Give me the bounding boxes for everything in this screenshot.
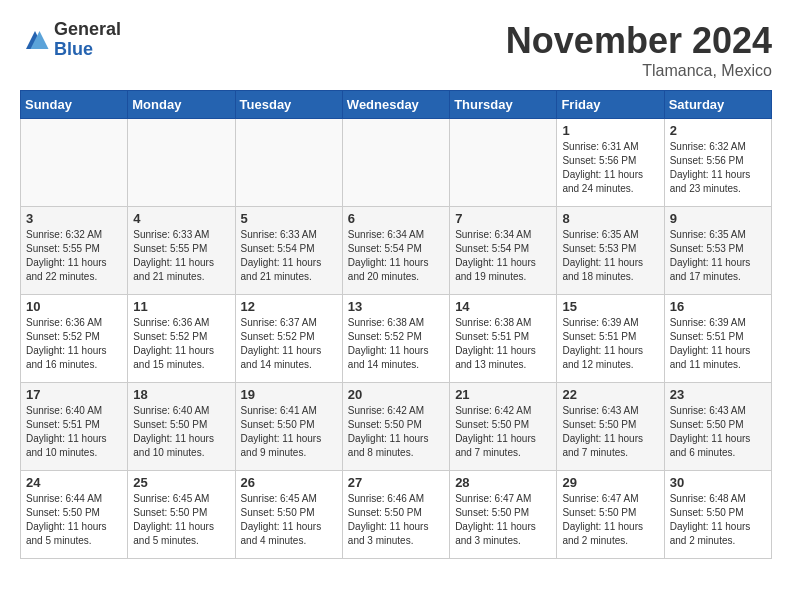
- day-number: 12: [241, 299, 337, 314]
- day-info: Sunrise: 6:39 AM Sunset: 5:51 PM Dayligh…: [562, 316, 658, 372]
- logo-general: General: [54, 20, 121, 40]
- day-info: Sunrise: 6:32 AM Sunset: 5:56 PM Dayligh…: [670, 140, 766, 196]
- day-number: 1: [562, 123, 658, 138]
- day-number: 17: [26, 387, 122, 402]
- title-block: November 2024 Tlamanca, Mexico: [506, 20, 772, 80]
- weekday-header: Sunday: [21, 91, 128, 119]
- day-info: Sunrise: 6:33 AM Sunset: 5:54 PM Dayligh…: [241, 228, 337, 284]
- calendar-cell: 4Sunrise: 6:33 AM Sunset: 5:55 PM Daylig…: [128, 207, 235, 295]
- weekday-header-row: SundayMondayTuesdayWednesdayThursdayFrid…: [21, 91, 772, 119]
- day-number: 23: [670, 387, 766, 402]
- day-info: Sunrise: 6:45 AM Sunset: 5:50 PM Dayligh…: [241, 492, 337, 548]
- day-info: Sunrise: 6:39 AM Sunset: 5:51 PM Dayligh…: [670, 316, 766, 372]
- calendar-cell: 1Sunrise: 6:31 AM Sunset: 5:56 PM Daylig…: [557, 119, 664, 207]
- day-info: Sunrise: 6:47 AM Sunset: 5:50 PM Dayligh…: [455, 492, 551, 548]
- day-info: Sunrise: 6:35 AM Sunset: 5:53 PM Dayligh…: [562, 228, 658, 284]
- calendar-cell: 11Sunrise: 6:36 AM Sunset: 5:52 PM Dayli…: [128, 295, 235, 383]
- day-info: Sunrise: 6:42 AM Sunset: 5:50 PM Dayligh…: [455, 404, 551, 460]
- calendar-cell: 10Sunrise: 6:36 AM Sunset: 5:52 PM Dayli…: [21, 295, 128, 383]
- day-number: 9: [670, 211, 766, 226]
- calendar-cell: 17Sunrise: 6:40 AM Sunset: 5:51 PM Dayli…: [21, 383, 128, 471]
- day-number: 2: [670, 123, 766, 138]
- day-number: 26: [241, 475, 337, 490]
- day-number: 10: [26, 299, 122, 314]
- day-info: Sunrise: 6:36 AM Sunset: 5:52 PM Dayligh…: [133, 316, 229, 372]
- calendar-cell: [450, 119, 557, 207]
- day-number: 7: [455, 211, 551, 226]
- day-info: Sunrise: 6:41 AM Sunset: 5:50 PM Dayligh…: [241, 404, 337, 460]
- day-info: Sunrise: 6:46 AM Sunset: 5:50 PM Dayligh…: [348, 492, 444, 548]
- calendar-cell: 22Sunrise: 6:43 AM Sunset: 5:50 PM Dayli…: [557, 383, 664, 471]
- day-number: 8: [562, 211, 658, 226]
- day-info: Sunrise: 6:34 AM Sunset: 5:54 PM Dayligh…: [455, 228, 551, 284]
- day-number: 14: [455, 299, 551, 314]
- calendar-cell: 29Sunrise: 6:47 AM Sunset: 5:50 PM Dayli…: [557, 471, 664, 559]
- day-number: 5: [241, 211, 337, 226]
- calendar-cell: 12Sunrise: 6:37 AM Sunset: 5:52 PM Dayli…: [235, 295, 342, 383]
- calendar-cell: 21Sunrise: 6:42 AM Sunset: 5:50 PM Dayli…: [450, 383, 557, 471]
- day-number: 27: [348, 475, 444, 490]
- day-number: 25: [133, 475, 229, 490]
- calendar-table: SundayMondayTuesdayWednesdayThursdayFrid…: [20, 90, 772, 559]
- day-number: 24: [26, 475, 122, 490]
- day-info: Sunrise: 6:33 AM Sunset: 5:55 PM Dayligh…: [133, 228, 229, 284]
- day-number: 28: [455, 475, 551, 490]
- day-number: 22: [562, 387, 658, 402]
- day-info: Sunrise: 6:40 AM Sunset: 5:50 PM Dayligh…: [133, 404, 229, 460]
- calendar-cell: 26Sunrise: 6:45 AM Sunset: 5:50 PM Dayli…: [235, 471, 342, 559]
- calendar-cell: 16Sunrise: 6:39 AM Sunset: 5:51 PM Dayli…: [664, 295, 771, 383]
- weekday-header: Wednesday: [342, 91, 449, 119]
- logo[interactable]: General Blue: [20, 20, 121, 60]
- day-number: 11: [133, 299, 229, 314]
- calendar-week-row: 24Sunrise: 6:44 AM Sunset: 5:50 PM Dayli…: [21, 471, 772, 559]
- day-info: Sunrise: 6:42 AM Sunset: 5:50 PM Dayligh…: [348, 404, 444, 460]
- calendar-cell: 24Sunrise: 6:44 AM Sunset: 5:50 PM Dayli…: [21, 471, 128, 559]
- page-header: General Blue November 2024 Tlamanca, Mex…: [20, 20, 772, 80]
- calendar-cell: 30Sunrise: 6:48 AM Sunset: 5:50 PM Dayli…: [664, 471, 771, 559]
- calendar-week-row: 1Sunrise: 6:31 AM Sunset: 5:56 PM Daylig…: [21, 119, 772, 207]
- calendar-cell: 28Sunrise: 6:47 AM Sunset: 5:50 PM Dayli…: [450, 471, 557, 559]
- day-number: 20: [348, 387, 444, 402]
- day-number: 18: [133, 387, 229, 402]
- day-info: Sunrise: 6:47 AM Sunset: 5:50 PM Dayligh…: [562, 492, 658, 548]
- calendar-cell: [21, 119, 128, 207]
- day-number: 21: [455, 387, 551, 402]
- logo-blue: Blue: [54, 40, 121, 60]
- calendar-cell: [235, 119, 342, 207]
- day-number: 16: [670, 299, 766, 314]
- calendar-cell: 2Sunrise: 6:32 AM Sunset: 5:56 PM Daylig…: [664, 119, 771, 207]
- calendar-week-row: 17Sunrise: 6:40 AM Sunset: 5:51 PM Dayli…: [21, 383, 772, 471]
- calendar-week-row: 3Sunrise: 6:32 AM Sunset: 5:55 PM Daylig…: [21, 207, 772, 295]
- day-info: Sunrise: 6:31 AM Sunset: 5:56 PM Dayligh…: [562, 140, 658, 196]
- day-info: Sunrise: 6:37 AM Sunset: 5:52 PM Dayligh…: [241, 316, 337, 372]
- calendar-cell: 19Sunrise: 6:41 AM Sunset: 5:50 PM Dayli…: [235, 383, 342, 471]
- day-number: 15: [562, 299, 658, 314]
- day-info: Sunrise: 6:36 AM Sunset: 5:52 PM Dayligh…: [26, 316, 122, 372]
- day-number: 6: [348, 211, 444, 226]
- month-title: November 2024: [506, 20, 772, 62]
- logo-icon: [20, 25, 50, 55]
- calendar-cell: 13Sunrise: 6:38 AM Sunset: 5:52 PM Dayli…: [342, 295, 449, 383]
- day-number: 19: [241, 387, 337, 402]
- calendar-cell: 18Sunrise: 6:40 AM Sunset: 5:50 PM Dayli…: [128, 383, 235, 471]
- day-number: 3: [26, 211, 122, 226]
- calendar-cell: 15Sunrise: 6:39 AM Sunset: 5:51 PM Dayli…: [557, 295, 664, 383]
- day-info: Sunrise: 6:40 AM Sunset: 5:51 PM Dayligh…: [26, 404, 122, 460]
- calendar-cell: 6Sunrise: 6:34 AM Sunset: 5:54 PM Daylig…: [342, 207, 449, 295]
- weekday-header: Friday: [557, 91, 664, 119]
- day-info: Sunrise: 6:43 AM Sunset: 5:50 PM Dayligh…: [562, 404, 658, 460]
- calendar-cell: [128, 119, 235, 207]
- calendar-cell: 14Sunrise: 6:38 AM Sunset: 5:51 PM Dayli…: [450, 295, 557, 383]
- day-number: 4: [133, 211, 229, 226]
- location: Tlamanca, Mexico: [506, 62, 772, 80]
- weekday-header: Saturday: [664, 91, 771, 119]
- calendar-cell: 25Sunrise: 6:45 AM Sunset: 5:50 PM Dayli…: [128, 471, 235, 559]
- weekday-header: Thursday: [450, 91, 557, 119]
- day-number: 13: [348, 299, 444, 314]
- calendar-cell: 23Sunrise: 6:43 AM Sunset: 5:50 PM Dayli…: [664, 383, 771, 471]
- day-info: Sunrise: 6:44 AM Sunset: 5:50 PM Dayligh…: [26, 492, 122, 548]
- calendar-cell: [342, 119, 449, 207]
- day-info: Sunrise: 6:34 AM Sunset: 5:54 PM Dayligh…: [348, 228, 444, 284]
- day-info: Sunrise: 6:38 AM Sunset: 5:52 PM Dayligh…: [348, 316, 444, 372]
- calendar-cell: 7Sunrise: 6:34 AM Sunset: 5:54 PM Daylig…: [450, 207, 557, 295]
